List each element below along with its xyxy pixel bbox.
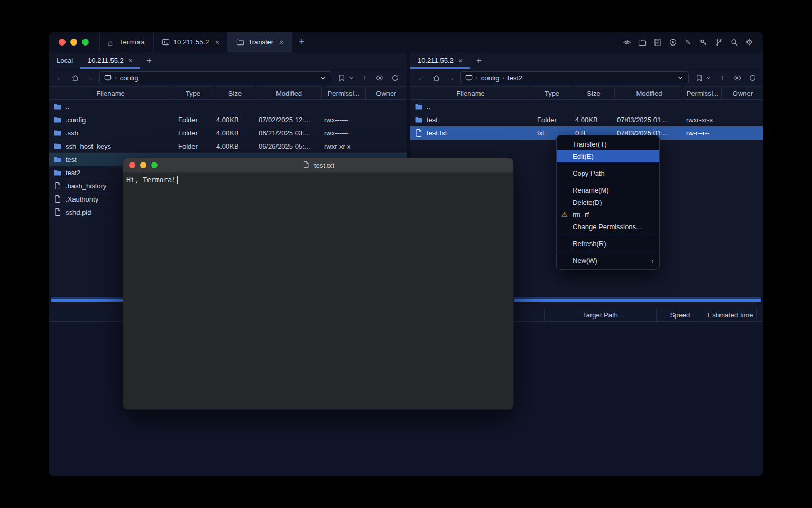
folder-icon [414, 102, 423, 111]
table-row[interactable]: .. [49, 100, 407, 113]
file-modified: 06/26/2025 05:... [256, 142, 321, 150]
path-bar[interactable]: › config [99, 71, 331, 84]
forward-button[interactable]: → [85, 74, 95, 82]
column-header-size[interactable]: Size [214, 87, 256, 99]
breadcrumb-segment[interactable]: config [481, 74, 500, 82]
show-hidden-eye-icon[interactable] [732, 72, 742, 83]
column-header-permissions[interactable]: Permissi... [684, 87, 721, 99]
file-size: 4.00KB [214, 129, 256, 137]
back-button[interactable]: ← [56, 74, 65, 82]
settings-icon[interactable]: ⚙ [745, 38, 754, 47]
warning-icon: ⚠ [561, 211, 568, 219]
editor-zoom-button[interactable] [151, 162, 158, 168]
branch-icon[interactable] [714, 38, 723, 47]
column-header-type[interactable]: Type [172, 87, 214, 99]
refresh-icon[interactable] [390, 72, 400, 83]
folder-icon [236, 38, 244, 46]
forward-button[interactable]: → [446, 74, 456, 82]
table-row[interactable]: .config Folder 4.00KB 07/02/2025 12:... … [49, 113, 407, 126]
pencil-icon[interactable]: ✎ [684, 38, 693, 47]
tab-remote-host[interactable]: 10.211.55.2 × [410, 52, 470, 69]
column-header-filename[interactable]: Filename [49, 87, 172, 99]
crumb-separator: › [115, 75, 117, 81]
menu-item-edit[interactable]: Edit(E) [557, 150, 659, 162]
parent-directory-button[interactable]: ↑ [360, 74, 370, 82]
table-row[interactable]: .ssh Folder 4.00KB 06/21/2025 03:... rwx… [49, 126, 407, 140]
bookmark-dropdown-icon[interactable] [705, 74, 713, 81]
close-tab-icon[interactable]: × [215, 38, 219, 46]
key-icon[interactable] [699, 38, 708, 47]
menu-item-refresh[interactable]: Refresh(R) [557, 238, 659, 250]
menu-item-new[interactable]: New(W) › [557, 255, 659, 267]
folder-icon [414, 115, 423, 124]
tab-remote-host[interactable]: 10.211.55.2 × [80, 52, 140, 69]
column-header-filename[interactable]: Filename [410, 87, 531, 99]
folder-icon[interactable] [638, 38, 647, 47]
bookmark-icon[interactable] [336, 72, 347, 83]
breadcrumb-segment[interactable]: config [120, 74, 139, 82]
column-header-type[interactable]: Type [531, 87, 573, 99]
back-button[interactable]: ← [417, 74, 426, 82]
path-bar[interactable]: › config › test2 [460, 71, 689, 84]
column-header-owner[interactable]: Owner [721, 87, 763, 99]
bookmark-dropdown-icon[interactable] [348, 74, 355, 81]
home-button[interactable] [70, 72, 80, 83]
editor-content[interactable]: Hi, Termora! [123, 173, 513, 409]
computer-icon [465, 74, 473, 81]
left-panel-tabs: Local 10.211.55.2 × + [49, 52, 407, 69]
new-panel-tab-button[interactable]: + [140, 52, 158, 69]
parent-directory-button[interactable]: ↑ [717, 74, 727, 82]
chevron-down-icon[interactable] [319, 74, 327, 81]
file-name: sshd.pid [66, 208, 91, 216]
column-header-modified[interactable]: Modified [256, 87, 321, 99]
right-toolbar: ← → › config › test2 [410, 69, 763, 86]
menu-separator [557, 165, 659, 165]
column-header-estimated-time: Estimated time [704, 309, 756, 321]
close-window-button[interactable] [59, 39, 66, 46]
file-name: .. [66, 103, 69, 111]
table-row[interactable]: .. [410, 100, 763, 113]
editor-text: Hi, Termora! [126, 176, 176, 184]
editor-close-button[interactable] [129, 162, 135, 168]
menu-item-transfer[interactable]: Transfer(T) [557, 138, 659, 150]
close-tab-icon[interactable]: × [128, 57, 133, 65]
table-row[interactable]: test Folder 4.00KB 07/03/2025 01:... rwx… [410, 113, 763, 126]
menu-item-copy-path[interactable]: Copy Path [557, 167, 659, 179]
new-panel-tab-button[interactable]: + [470, 52, 488, 69]
column-header-owner[interactable]: Owner [365, 87, 407, 99]
tab-transfer[interactable]: Transfer × [228, 32, 292, 52]
menu-item-rm-rf[interactable]: ⚠ rm -rf [557, 208, 659, 221]
column-header-modified[interactable]: Modified [614, 87, 684, 99]
bookmark-icon[interactable] [694, 72, 704, 83]
search-icon[interactable] [730, 38, 739, 47]
breadcrumb-segment[interactable]: test2 [508, 74, 522, 82]
file-permissions: rwxr-xr-x [684, 116, 721, 124]
menu-item-delete[interactable]: Delete(D) [557, 196, 659, 208]
folder-icon [53, 115, 62, 124]
record-icon[interactable] [668, 38, 677, 47]
menu-item-change-permissions[interactable]: Change Permissions... [557, 221, 659, 233]
show-hidden-eye-icon[interactable] [374, 72, 385, 83]
close-tab-icon[interactable]: × [458, 57, 463, 65]
file-name: .Xauthority [66, 195, 98, 203]
zoom-window-button[interactable] [82, 39, 89, 46]
notes-icon[interactable] [653, 38, 662, 47]
tab-termora-home[interactable]: ⌂ Termora [99, 32, 153, 52]
editor-minimize-button[interactable] [140, 162, 146, 168]
menu-item-rename[interactable]: Rename(M) [557, 184, 659, 196]
traffic-lights [49, 32, 99, 52]
tab-terminal-session[interactable]: 10.211.55.2 × [153, 32, 228, 52]
table-row[interactable]: ssh_host_keys Folder 4.00KB 06/26/2025 0… [49, 140, 407, 153]
column-header-permissions[interactable]: Permissi... [321, 87, 365, 99]
column-header-size[interactable]: Size [573, 87, 614, 99]
new-tab-button[interactable]: + [292, 32, 312, 52]
home-button[interactable] [431, 72, 441, 83]
close-tab-icon[interactable]: × [279, 38, 284, 46]
chevron-down-icon[interactable] [677, 74, 684, 81]
file-type: Folder [531, 116, 573, 124]
code-snippets-icon[interactable]: </> [622, 38, 631, 47]
tab-local[interactable]: Local [49, 52, 80, 69]
editor-window: test.txt Hi, Termora! [123, 158, 514, 410]
minimize-window-button[interactable] [70, 39, 77, 46]
refresh-icon[interactable] [747, 72, 758, 83]
